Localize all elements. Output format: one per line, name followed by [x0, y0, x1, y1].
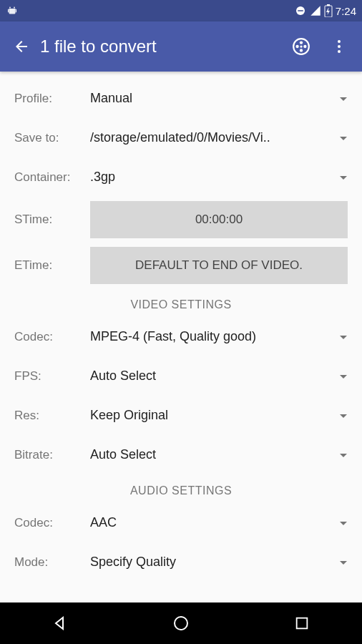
bitrate-value: Auto Select — [90, 447, 156, 462]
bitrate-row[interactable]: Bitrate: Auto Select — [0, 435, 362, 474]
nav-recent-icon — [294, 615, 310, 631]
profile-value: Manual — [90, 91, 132, 106]
saveto-row[interactable]: Save to: /storage/emulated/0/Movies/Vi.. — [0, 118, 362, 157]
chevron-down-icon — [339, 333, 348, 341]
chevron-down-icon — [339, 173, 348, 182]
etime-row: ETime: DEFAULT TO END OF VIDEO. — [0, 243, 362, 288]
back-button[interactable] — [7, 32, 40, 61]
video-codec-row[interactable]: Codec: MPEG-4 (Fast, Quality good) — [0, 317, 362, 356]
bitrate-label: Bitrate: — [14, 448, 90, 462]
video-section-header: VIDEO SETTINGS — [0, 288, 362, 317]
audio-mode-label: Mode: — [14, 555, 90, 570]
svg-rect-7 — [327, 4, 330, 6]
fps-label: FPS: — [14, 369, 90, 384]
chevron-down-icon — [339, 372, 348, 381]
nav-back-icon — [52, 615, 69, 632]
etime-label: ETime: — [14, 258, 90, 273]
status-time: 7:24 — [336, 5, 356, 17]
svg-point-17 — [175, 617, 187, 630]
dnd-icon — [294, 4, 307, 17]
svg-point-14 — [338, 40, 341, 43]
saveto-label: Save to: — [14, 131, 90, 145]
chevron-down-icon — [339, 519, 348, 527]
etime-button[interactable]: DEFAULT TO END OF VIDEO. — [90, 247, 348, 284]
chevron-down-icon — [339, 134, 348, 142]
nav-bar — [0, 602, 362, 644]
fps-row[interactable]: FPS: Auto Select — [0, 356, 362, 396]
res-row[interactable]: Res: Keep Original — [0, 396, 362, 435]
svg-point-9 — [300, 41, 303, 44]
svg-rect-5 — [298, 10, 303, 11]
svg-rect-2 — [8, 9, 9, 13]
stime-row: STime: 00:00:00 — [0, 197, 362, 243]
menu-button[interactable] — [323, 31, 355, 62]
stime-button[interactable]: 00:00:00 — [90, 201, 348, 238]
svg-point-11 — [300, 49, 303, 52]
nav-back-button[interactable] — [31, 609, 89, 638]
svg-point-10 — [303, 45, 306, 48]
convert-button[interactable] — [285, 30, 318, 63]
chevron-down-icon — [339, 411, 348, 420]
container-value: .3gp — [90, 170, 115, 185]
svg-point-1 — [14, 7, 15, 9]
chevron-down-icon — [339, 558, 348, 567]
app-bar: 1 file to convert — [0, 21, 362, 72]
svg-rect-3 — [16, 9, 16, 13]
nav-home-icon — [172, 615, 190, 632]
res-value: Keep Original — [90, 408, 168, 423]
nav-home-button[interactable] — [152, 609, 210, 638]
fps-value: Auto Select — [90, 369, 156, 384]
signal-icon — [310, 5, 321, 16]
container-label: Container: — [14, 170, 90, 185]
content: Profile: Manual Save to: /storage/emulat… — [0, 72, 362, 589]
film-reel-icon — [292, 37, 310, 56]
svg-point-12 — [295, 45, 298, 48]
svg-rect-18 — [296, 618, 307, 629]
status-bar: 7:24 — [0, 0, 362, 21]
audio-codec-label: Codec: — [14, 516, 90, 530]
audio-mode-row[interactable]: Mode: Specify Quality — [0, 542, 362, 582]
android-icon — [6, 4, 19, 17]
svg-point-13 — [300, 45, 302, 47]
profile-row[interactable]: Profile: Manual — [0, 79, 362, 118]
app-title: 1 file to convert — [40, 36, 285, 57]
stime-label: STime: — [14, 213, 90, 227]
audio-codec-row[interactable]: Codec: AAC — [0, 503, 362, 542]
svg-point-15 — [338, 45, 341, 48]
audio-mode-value: Specify Quality — [90, 555, 176, 570]
profile-label: Profile: — [14, 92, 90, 106]
audio-codec-value: AAC — [90, 515, 117, 530]
video-codec-label: Codec: — [14, 330, 90, 344]
chevron-down-icon — [339, 94, 348, 103]
saveto-value: /storage/emulated/0/Movies/Vi.. — [90, 130, 270, 145]
back-arrow-icon — [13, 38, 30, 55]
svg-point-0 — [9, 7, 11, 9]
container-row[interactable]: Container: .3gp — [0, 157, 362, 197]
more-vert-icon — [331, 38, 348, 55]
res-label: Res: — [14, 409, 90, 423]
battery-icon — [324, 4, 333, 17]
audio-section-header: AUDIO SETTINGS — [0, 474, 362, 503]
svg-point-16 — [338, 50, 341, 53]
video-codec-value: MPEG-4 (Fast, Quality good) — [90, 329, 256, 344]
nav-recent-button[interactable] — [273, 609, 331, 638]
chevron-down-icon — [339, 451, 348, 459]
